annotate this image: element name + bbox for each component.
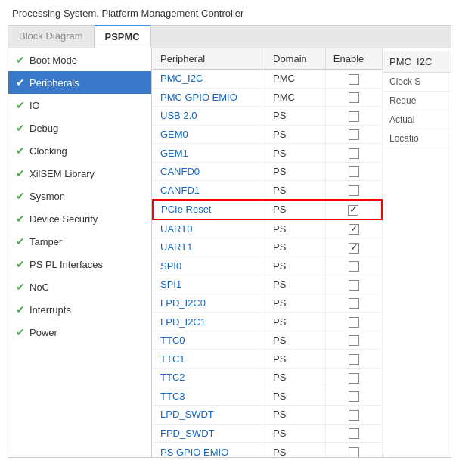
enable-cell[interactable] <box>325 70 382 89</box>
peripheral-link[interactable]: TTC2 <box>160 372 185 383</box>
enable-cell[interactable] <box>325 144 382 163</box>
table-row[interactable]: PMC GPIO EMIOPMC <box>153 88 382 107</box>
enable-checkbox[interactable] <box>349 335 359 346</box>
peripheral-link[interactable]: TTC1 <box>160 353 185 365</box>
enable-checkbox[interactable] <box>348 205 358 216</box>
sidebar-item-xilsem-library[interactable]: ✔XilSEM Library <box>8 162 151 185</box>
sidebar-item-io[interactable]: ✔IO <box>8 94 151 117</box>
table-row[interactable]: LPD_I2C0PS <box>153 294 382 313</box>
enable-cell[interactable] <box>325 350 382 369</box>
enable-checkbox[interactable] <box>349 391 359 402</box>
peripheral-link[interactable]: SPI1 <box>160 278 181 290</box>
table-row[interactable]: TTC1PS <box>153 350 382 369</box>
peripheral-link[interactable]: FPD_SWDT <box>160 428 215 439</box>
peripheral-link[interactable]: LPD_SWDT <box>160 409 214 420</box>
table-row[interactable]: GEM1PS <box>153 144 382 163</box>
peripheral-link[interactable]: PMC_I2C <box>160 73 203 84</box>
enable-checkbox[interactable] <box>349 261 359 272</box>
enable-cell[interactable] <box>325 331 382 350</box>
enable-cell[interactable] <box>325 313 382 331</box>
sidebar-item-ps-pl-interfaces[interactable]: ✔PS PL Interfaces <box>8 253 151 275</box>
table-row[interactable]: USB 2.0PS <box>153 107 382 126</box>
enable-cell[interactable] <box>325 369 382 387</box>
enable-cell[interactable] <box>325 257 382 275</box>
peripheral-link[interactable]: TTC3 <box>160 390 185 402</box>
enable-checkbox[interactable] <box>349 317 359 328</box>
table-row[interactable]: PCIe ResetPS <box>153 200 382 219</box>
enable-checkbox[interactable] <box>349 148 359 159</box>
table-row[interactable]: TTC3PS <box>153 387 382 406</box>
peripheral-link[interactable]: PS GPIO EMIO <box>160 446 228 457</box>
tab-pspmc[interactable]: PSPMC <box>95 25 151 48</box>
peripheral-link[interactable]: CANFD0 <box>160 166 200 177</box>
enable-checkbox[interactable] <box>349 129 359 140</box>
enable-checkbox[interactable] <box>349 373 359 384</box>
peripheral-link[interactable]: UART0 <box>160 223 192 235</box>
enable-cell[interactable] <box>325 88 382 107</box>
table-row[interactable]: CANFD0PS <box>153 162 382 181</box>
enable-checkbox[interactable] <box>349 447 359 457</box>
peripheral-link[interactable]: GEM1 <box>160 148 188 159</box>
enable-cell[interactable] <box>325 275 382 294</box>
enable-checkbox[interactable] <box>349 166 359 177</box>
peripheral-link[interactable]: TTC0 <box>160 334 185 346</box>
table-row[interactable]: PS GPIO EMIOPS <box>153 443 382 457</box>
enable-checkbox[interactable] <box>349 224 359 235</box>
table-row[interactable]: LPD_I2C1PS <box>153 313 382 331</box>
enable-cell[interactable] <box>325 107 382 126</box>
peripheral-link[interactable]: UART1 <box>160 241 192 253</box>
sidebar-item-boot-mode[interactable]: ✔Boot Mode <box>8 48 151 71</box>
table-row[interactable]: TTC0PS <box>153 331 382 350</box>
sidebar-item-device-security[interactable]: ✔Device Security <box>8 207 151 230</box>
enable-cell[interactable] <box>325 200 382 219</box>
peripheral-link[interactable]: GEM0 <box>160 129 188 140</box>
enable-checkbox[interactable] <box>349 74 359 85</box>
enable-checkbox[interactable] <box>349 111 359 122</box>
main-container: Block Diagram PSPMC ✔Boot Mode✔Periphera… <box>8 25 451 458</box>
peripheral-link[interactable]: LPD_I2C1 <box>160 316 206 328</box>
enable-checkbox[interactable] <box>349 410 359 421</box>
enable-cell[interactable] <box>325 125 382 144</box>
peripheral-link[interactable]: PCIe Reset <box>161 204 211 215</box>
enable-checkbox[interactable] <box>349 428 359 439</box>
table-row[interactable]: FPD_SWDTPS <box>153 424 382 443</box>
table-row[interactable]: GEM0PS <box>153 125 382 144</box>
enable-checkbox[interactable] <box>349 243 359 254</box>
table-row[interactable]: SPI1PS <box>153 275 382 294</box>
enable-cell[interactable] <box>325 443 382 457</box>
enable-cell[interactable] <box>325 219 382 238</box>
sidebar-item-peripherals[interactable]: ✔Peripherals <box>8 71 151 94</box>
enable-cell[interactable] <box>325 294 382 313</box>
sidebar-item-power[interactable]: ✔Power <box>8 321 151 344</box>
table-row[interactable]: TTC2PS <box>153 369 382 387</box>
enable-cell[interactable] <box>325 238 382 257</box>
sidebar-item-clocking[interactable]: ✔Clocking <box>8 139 151 162</box>
enable-checkbox[interactable] <box>349 354 359 365</box>
sidebar-item-interrupts[interactable]: ✔Interrupts <box>8 298 151 321</box>
enable-cell[interactable] <box>325 181 382 200</box>
table-row[interactable]: UART1PS <box>153 238 382 257</box>
table-row[interactable]: SPI0PS <box>153 257 382 275</box>
enable-checkbox[interactable] <box>349 92 359 103</box>
enable-cell[interactable] <box>325 387 382 406</box>
table-row[interactable]: CANFD1PS <box>153 181 382 200</box>
sidebar-item-tamper[interactable]: ✔Tamper <box>8 230 151 253</box>
enable-checkbox[interactable] <box>349 280 359 291</box>
enable-checkbox[interactable] <box>349 298 359 309</box>
sidebar-item-sysmon[interactable]: ✔Sysmon <box>8 185 151 207</box>
table-row[interactable]: PMC_I2CPMC <box>153 70 382 89</box>
table-row[interactable]: LPD_SWDTPS <box>153 406 382 425</box>
table-row[interactable]: UART0PS <box>153 219 382 238</box>
tab-block-diagram[interactable]: Block Diagram <box>8 26 95 48</box>
enable-cell[interactable] <box>325 162 382 181</box>
peripheral-link[interactable]: PMC GPIO EMIO <box>160 92 237 103</box>
peripheral-link[interactable]: USB 2.0 <box>160 110 197 121</box>
peripheral-link[interactable]: CANFD1 <box>160 185 200 196</box>
enable-cell[interactable] <box>325 406 382 425</box>
peripheral-link[interactable]: SPI0 <box>160 260 181 272</box>
enable-cell[interactable] <box>325 424 382 443</box>
enable-checkbox[interactable] <box>349 185 359 196</box>
sidebar-item-debug[interactable]: ✔Debug <box>8 117 151 139</box>
sidebar-item-noc[interactable]: ✔NoC <box>8 275 151 298</box>
peripheral-link[interactable]: LPD_I2C0 <box>160 297 206 309</box>
